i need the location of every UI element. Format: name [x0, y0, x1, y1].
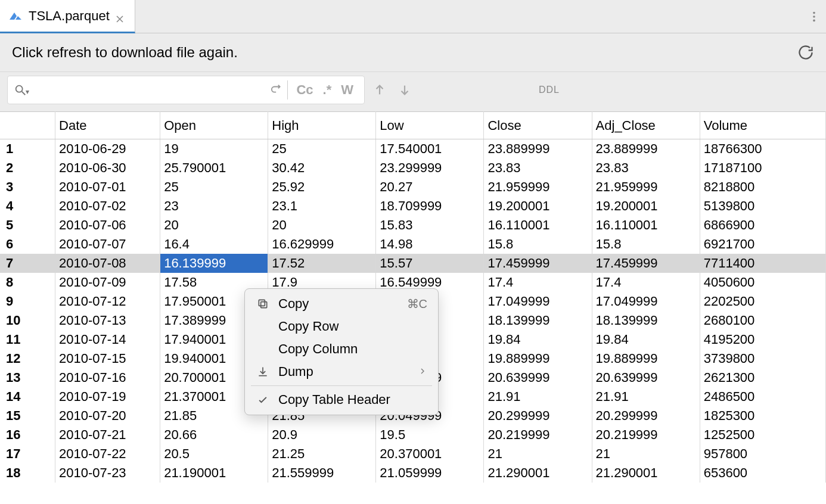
- cell[interactable]: 2010-07-02: [55, 197, 160, 216]
- cell[interactable]: 16.110001: [592, 216, 700, 235]
- cell[interactable]: 2010-07-01: [55, 178, 160, 197]
- cell[interactable]: 16.629999: [268, 235, 376, 254]
- cell[interactable]: 2010-07-08: [55, 254, 160, 273]
- cell[interactable]: 20.27: [376, 178, 484, 197]
- menu-dump[interactable]: Dump: [245, 360, 438, 383]
- whole-word-button[interactable]: W: [336, 80, 358, 100]
- cell[interactable]: 20.219999: [592, 425, 700, 444]
- match-case-button[interactable]: Cc: [291, 80, 318, 100]
- cell[interactable]: 653600: [700, 463, 825, 483]
- cell[interactable]: 20.299999: [484, 406, 592, 425]
- cell[interactable]: 17.52: [268, 254, 376, 273]
- cell[interactable]: 21.290001: [592, 463, 700, 483]
- row-number[interactable]: 15: [0, 406, 55, 425]
- cell[interactable]: 15.83: [376, 216, 484, 235]
- header-corner[interactable]: [0, 112, 55, 139]
- cell[interactable]: 2010-06-30: [55, 158, 160, 178]
- table-row[interactable]: 12010-06-29192517.54000123.88999923.8899…: [0, 139, 826, 158]
- tab-options-button[interactable]: [802, 0, 826, 33]
- cell[interactable]: 17.459999: [592, 254, 700, 273]
- row-number[interactable]: 11: [0, 330, 55, 349]
- file-tab[interactable]: TSLA.parquet: [0, 0, 135, 33]
- cell[interactable]: 17.459999: [484, 254, 592, 273]
- cell[interactable]: 25.92: [268, 178, 376, 197]
- cell[interactable]: 23.889999: [592, 139, 700, 158]
- cell[interactable]: 15.57: [376, 254, 484, 273]
- cell[interactable]: 21: [484, 444, 592, 463]
- cell[interactable]: 20: [160, 216, 268, 235]
- cell[interactable]: 2010-07-12: [55, 292, 160, 311]
- table-row[interactable]: 162010-07-2120.6620.919.520.21999920.219…: [0, 425, 826, 444]
- cell[interactable]: 4195200: [700, 330, 825, 349]
- cell[interactable]: 5139800: [700, 197, 825, 216]
- column-header[interactable]: Volume: [700, 112, 825, 139]
- cell[interactable]: 23.299999: [376, 158, 484, 178]
- cell[interactable]: 20.9: [268, 425, 376, 444]
- row-number[interactable]: 6: [0, 235, 55, 254]
- cell[interactable]: 16.139999: [160, 254, 268, 273]
- cell[interactable]: 2680100: [700, 311, 825, 330]
- cell[interactable]: 23.889999: [484, 139, 592, 158]
- cell[interactable]: 20.639999: [484, 368, 592, 387]
- row-number[interactable]: 1: [0, 139, 55, 158]
- ddl-button[interactable]: DDL: [539, 85, 560, 95]
- prev-match-button[interactable]: [373, 83, 386, 97]
- cell[interactable]: 19.889999: [592, 349, 700, 368]
- cell[interactable]: 17.4: [484, 273, 592, 292]
- row-number[interactable]: 18: [0, 463, 55, 483]
- cell[interactable]: 19.200001: [592, 197, 700, 216]
- column-header[interactable]: Low: [376, 112, 484, 139]
- row-number[interactable]: 9: [0, 292, 55, 311]
- cell[interactable]: 19: [160, 139, 268, 158]
- cell[interactable]: 2010-07-13: [55, 311, 160, 330]
- column-header[interactable]: Open: [160, 112, 268, 139]
- cell[interactable]: 21.290001: [484, 463, 592, 483]
- table-row[interactable]: 52010-07-06202015.8316.11000116.11000168…: [0, 216, 826, 235]
- cell[interactable]: 2010-07-07: [55, 235, 160, 254]
- cell[interactable]: 6921700: [700, 235, 825, 254]
- row-number[interactable]: 2: [0, 158, 55, 178]
- cell[interactable]: 21.959999: [592, 178, 700, 197]
- cell[interactable]: 18.139999: [484, 311, 592, 330]
- cell[interactable]: 19.84: [592, 330, 700, 349]
- cell[interactable]: 1252500: [700, 425, 825, 444]
- table-row[interactable]: 42010-07-022323.118.70999919.20000119.20…: [0, 197, 826, 216]
- row-number[interactable]: 14: [0, 387, 55, 406]
- cell[interactable]: 19.84: [484, 330, 592, 349]
- cell[interactable]: 18.139999: [592, 311, 700, 330]
- search-box[interactable]: ▾ Cc .* W: [7, 76, 365, 104]
- cell[interactable]: 4050600: [700, 273, 825, 292]
- cell[interactable]: 25: [268, 139, 376, 158]
- cell[interactable]: 20.5: [160, 444, 268, 463]
- cell[interactable]: 2010-07-20: [55, 406, 160, 425]
- cell[interactable]: 3739800: [700, 349, 825, 368]
- cell[interactable]: 20.639999: [592, 368, 700, 387]
- cell[interactable]: 14.98: [376, 235, 484, 254]
- cell[interactable]: 17187100: [700, 158, 825, 178]
- cell[interactable]: 18.709999: [376, 197, 484, 216]
- cell[interactable]: 21.190001: [160, 463, 268, 483]
- cell[interactable]: 2010-07-06: [55, 216, 160, 235]
- table-row[interactable]: 32010-07-012525.9220.2721.95999921.95999…: [0, 178, 826, 197]
- cell[interactable]: 2010-07-22: [55, 444, 160, 463]
- cell[interactable]: 30.42: [268, 158, 376, 178]
- cell[interactable]: 2202500: [700, 292, 825, 311]
- cell[interactable]: 17.540001: [376, 139, 484, 158]
- cell[interactable]: 2010-07-23: [55, 463, 160, 483]
- cell[interactable]: 16.110001: [484, 216, 592, 235]
- cell[interactable]: 2010-07-14: [55, 330, 160, 349]
- row-number[interactable]: 8: [0, 273, 55, 292]
- cell[interactable]: 20.219999: [484, 425, 592, 444]
- cell[interactable]: 18766300: [700, 139, 825, 158]
- column-header[interactable]: Adj_Close: [592, 112, 700, 139]
- menu-copy[interactable]: Copy ⌘C: [245, 293, 438, 315]
- table-row[interactable]: 62010-07-0716.416.62999914.9815.815.8692…: [0, 235, 826, 254]
- cell[interactable]: 20.370001: [376, 444, 484, 463]
- cell[interactable]: 19.200001: [484, 197, 592, 216]
- table-row[interactable]: 182010-07-2321.19000121.55999921.0599992…: [0, 463, 826, 483]
- row-number[interactable]: 5: [0, 216, 55, 235]
- menu-copy-row[interactable]: Copy Row: [245, 315, 438, 338]
- menu-copy-column[interactable]: Copy Column: [245, 338, 438, 360]
- cell[interactable]: 2010-07-09: [55, 273, 160, 292]
- cell[interactable]: 2010-07-15: [55, 349, 160, 368]
